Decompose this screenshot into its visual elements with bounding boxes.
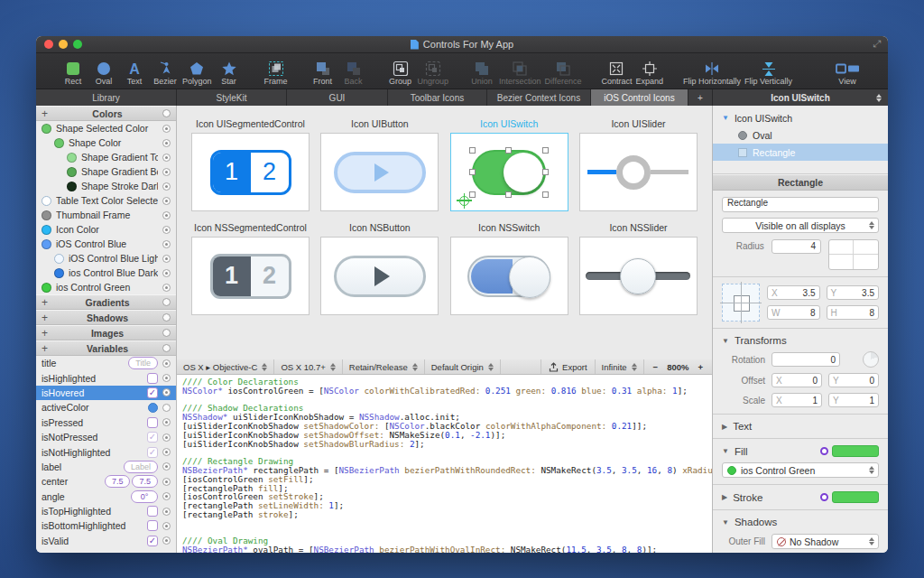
polygon-button[interactable]: Polygon xyxy=(182,60,212,87)
section-radio[interactable] xyxy=(162,329,171,337)
center-binding-radio[interactable] xyxy=(162,478,171,486)
color-target-radio[interactable] xyxy=(162,226,171,234)
isNotHighlighted-checkbox[interactable]: ✓ xyxy=(147,447,158,458)
variable-row-isValid[interactable]: isValid✓ xyxy=(36,534,176,548)
activeColor-binding-radio[interactable] xyxy=(162,404,171,412)
drawing-card-icon-uiswitch[interactable]: Icon UISwitch xyxy=(450,118,568,211)
height-field[interactable]: H8 xyxy=(827,305,880,320)
rotation-dial[interactable] xyxy=(863,351,879,368)
flip-horizontally-button[interactable]: Flip Horizontally xyxy=(683,60,741,87)
drawing-card-canvas[interactable] xyxy=(450,133,568,211)
shadow-dropdown[interactable]: No Shadow xyxy=(772,534,879,549)
tab-ios-control-icons[interactable]: iOS Control Icons xyxy=(591,89,688,106)
color-item-icon-color[interactable]: Icon Color xyxy=(36,222,176,237)
stroke-swatch[interactable] xyxy=(832,491,879,503)
ungroup-button[interactable]: Ungroup xyxy=(418,60,449,87)
color-target-radio[interactable] xyxy=(162,154,171,162)
drawing-card-icon-nsbutton[interactable]: Icon NSButton xyxy=(320,222,439,315)
isNotHighlighted-binding-radio[interactable] xyxy=(162,448,171,456)
isTopHighlighted-checkbox[interactable] xyxy=(147,506,158,517)
layer-row-rectangle[interactable]: Rectangle xyxy=(713,144,888,161)
drawing-card-canvas[interactable] xyxy=(320,237,439,315)
variable-row-isNotHighlighted[interactable]: isNotHighlighted✓ xyxy=(36,444,176,459)
color-target-radio[interactable] xyxy=(162,182,171,191)
back-button[interactable]: Back xyxy=(340,60,367,87)
variable-row-title[interactable]: titleTitle xyxy=(36,356,176,370)
fullscreen-icon[interactable]: ⤢ xyxy=(873,38,881,50)
section-radio[interactable] xyxy=(162,109,171,117)
layer-row-icon-uiswitch[interactable]: ▼Icon UISwitch xyxy=(713,109,888,126)
canvas-size-dropdown[interactable]: Infinite xyxy=(595,359,643,374)
minimize-button[interactable] xyxy=(59,40,68,49)
export-button[interactable]: Export xyxy=(541,359,594,374)
code-dropdown-default-origin[interactable]: Default Origin xyxy=(425,359,501,374)
drawing-card-canvas[interactable]: 12 xyxy=(191,237,310,315)
rotation-field[interactable]: 0 xyxy=(772,352,840,367)
code-dropdown-os-x-objective-c[interactable]: OS X ▸ Objective-C xyxy=(177,359,274,374)
color-item-shape-gradient-bottom[interactable]: Shape Gradient Bottom xyxy=(36,164,176,179)
variable-row-isPressed[interactable]: isPressed xyxy=(36,415,176,430)
variable-row-activeColor[interactable]: activeColor xyxy=(36,400,176,415)
variable-row-isNotPressed[interactable]: isNotPressed✓ xyxy=(36,430,176,444)
isTopHighlighted-binding-radio[interactable] xyxy=(162,508,171,516)
color-target-radio[interactable] xyxy=(162,284,171,292)
angle-field[interactable]: 0° xyxy=(131,490,158,503)
color-item-table-text-color-selected[interactable]: Table Text Color Selected xyxy=(36,193,176,208)
section-radio[interactable] xyxy=(162,344,171,352)
angle-binding-radio[interactable] xyxy=(162,492,171,500)
section-radio[interactable] xyxy=(162,313,171,322)
variable-row-center[interactable]: center7.57.5 xyxy=(36,474,176,489)
anchor-widget[interactable] xyxy=(722,284,760,322)
color-item-ios-control-blue[interactable]: iOS Control Blue xyxy=(36,237,176,251)
view-button[interactable]: View xyxy=(834,60,861,87)
color-target-radio[interactable] xyxy=(162,139,171,147)
contract-button[interactable]: Contract xyxy=(601,60,632,87)
tab-library[interactable]: Library xyxy=(36,89,177,106)
front-button[interactable]: Front xyxy=(310,60,337,87)
drawing-card-canvas[interactable] xyxy=(579,237,698,315)
drawing-card-canvas[interactable] xyxy=(450,237,568,315)
add-icon[interactable]: + xyxy=(42,329,52,338)
drawing-card-icon-uibutton[interactable]: Icon UIButton xyxy=(320,118,439,211)
flip-vertically-button[interactable]: Flip Vertically xyxy=(744,60,792,87)
section-header-colors[interactable]: +Colors xyxy=(36,106,176,121)
color-target-radio[interactable] xyxy=(162,125,171,133)
add-icon[interactable]: + xyxy=(42,298,52,307)
label-field[interactable]: Label xyxy=(124,461,158,473)
tab-bezier-context-icons[interactable]: Bezier Context Icons xyxy=(487,89,591,106)
bezier-button[interactable]: Bezier xyxy=(152,60,179,87)
fill-swatch[interactable] xyxy=(832,445,879,457)
isHovered-binding-radio[interactable] xyxy=(162,388,171,396)
intersection-button[interactable]: Intersection xyxy=(499,60,541,87)
scale-y-field[interactable]: Y1 xyxy=(828,393,879,407)
add-icon[interactable]: + xyxy=(42,313,52,322)
corner-radius-grid[interactable] xyxy=(828,239,879,270)
section-header-images[interactable]: +Images xyxy=(36,325,176,340)
color-item-shape-gradient-top[interactable]: Shape Gradient Top xyxy=(36,150,176,164)
fill-color-dropdown[interactable]: ios Control Green xyxy=(722,462,879,478)
tab-stylekit[interactable]: StyleKit xyxy=(177,89,287,106)
layer-row-oval[interactable]: Oval xyxy=(713,126,888,144)
star-button[interactable]: Star xyxy=(216,60,243,87)
close-button[interactable] xyxy=(44,40,53,49)
add-tab-button[interactable]: + xyxy=(688,89,713,106)
offset-x-field[interactable]: X0 xyxy=(772,373,822,387)
drawing-card-canvas[interactable] xyxy=(579,133,698,211)
shape-name-field[interactable]: Rectangle xyxy=(722,197,879,212)
offset-y-field[interactable]: Y0 xyxy=(828,373,879,387)
variable-row-isHighlighted[interactable]: isHighlighted xyxy=(36,370,176,385)
isHighlighted-checkbox[interactable] xyxy=(147,373,158,384)
variable-row-isHovered[interactable]: isHovered✓ xyxy=(36,386,176,400)
center-y-field[interactable]: 7.5 xyxy=(132,475,158,488)
stroke-header[interactable]: ▶Stroke xyxy=(722,491,879,503)
zoom-in-button[interactable]: + xyxy=(698,362,703,372)
text-button[interactable]: AText xyxy=(121,60,148,87)
color-target-radio[interactable] xyxy=(162,255,171,263)
code-dropdown-os-x-10-7-[interactable]: OS X 10.7+ xyxy=(274,359,342,374)
tab-gui[interactable]: GUI xyxy=(287,89,388,106)
color-item-ios-control-blue-darker[interactable]: ios Control Blue Darker xyxy=(36,266,176,280)
activeColor-swatch[interactable] xyxy=(148,403,158,413)
color-item-shape-stroke-darker[interactable]: Shape Stroke Darker xyxy=(36,179,176,193)
isPressed-checkbox[interactable] xyxy=(147,417,158,428)
drawing-card-icon-nsslider[interactable]: Icon NSSlider xyxy=(579,222,698,315)
